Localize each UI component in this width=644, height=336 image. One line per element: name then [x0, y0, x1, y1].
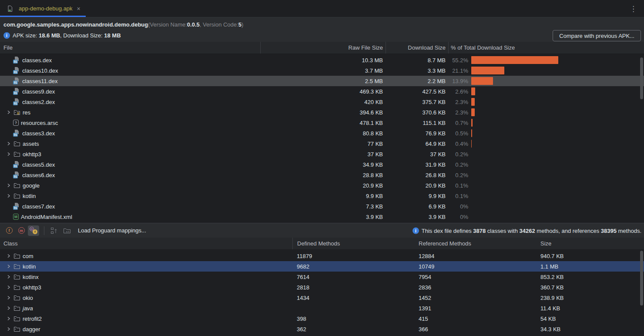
expand-tree-button[interactable]: [48, 225, 60, 236]
file-row[interactable]: kotlin9.9 KB9.9 KB0.1%: [0, 191, 644, 201]
chevron-right-icon[interactable]: [4, 284, 13, 290]
file-tree: 01classes.dex10.3 MB8.7 MB55.2%01classes…: [0, 54, 644, 223]
referenced-methods-cell: 12884: [414, 253, 536, 259]
folder-icon: [13, 284, 20, 291]
column-header-size[interactable]: Size: [536, 238, 644, 249]
load-proguard-mappings-label[interactable]: Load Proguard mappings...: [78, 227, 146, 234]
res-folder-icon: [13, 109, 20, 116]
chevron-right-icon[interactable]: [4, 305, 13, 311]
info-icon: i: [413, 227, 419, 234]
tab-apk-file[interactable]: app-demo-debug.apk ×: [0, 0, 86, 17]
download-size-cell: 9.9 KB: [386, 193, 448, 199]
compare-previous-apk-button[interactable]: Compare with previous APK...: [553, 30, 641, 41]
raw-size-cell: 2.5 MB: [260, 78, 386, 84]
file-name-cell: 01classes6.dex: [0, 170, 260, 180]
pct-cell: 0.5%: [448, 128, 644, 138]
download-size-cell: 76.9 KB: [386, 130, 448, 137]
class-row[interactable]: java139111.4 KB: [0, 303, 644, 313]
class-table-scrollbar[interactable]: [640, 251, 643, 306]
toolbar-separator: [44, 226, 44, 235]
pct-cell: 0.2%: [448, 159, 644, 170]
chevron-right-icon[interactable]: [4, 182, 13, 188]
referenced-methods-cell: 10749: [414, 263, 536, 270]
download-size-cell: 427.5 KB: [386, 88, 448, 95]
file-row[interactable]: 01classes11.dex2.5 MB2.2 MB13.9%: [0, 76, 644, 86]
expand-tree-icon: [50, 227, 58, 234]
version-code: 5: [238, 21, 242, 28]
class-row[interactable]: retrofit239841554 KB: [0, 313, 644, 324]
show-fields-toggle-button[interactable]: f: [3, 225, 15, 236]
more-options-kebab-icon[interactable]: ⋮: [630, 5, 637, 12]
class-name-cell: kotlin: [0, 261, 292, 272]
file-row[interactable]: 01classes5.dex34.9 KB31.9 KB0.2%: [0, 159, 644, 170]
file-row[interactable]: 01classes3.dex80.8 KB76.9 KB0.5%: [0, 128, 644, 138]
column-header-download-size[interactable]: Download Size: [386, 42, 448, 54]
file-row[interactable]: 01classes6.dex28.8 KB26.8 KB0.2%: [0, 170, 644, 180]
file-row[interactable]: 01classes7.dex7.3 KB6.9 KB0%: [0, 201, 644, 212]
chevron-right-icon[interactable]: [4, 274, 13, 280]
deobfuscate-names-button[interactable]: a.b: [61, 225, 73, 236]
raw-size-cell: 37 KB: [260, 151, 386, 158]
column-header-pct-download[interactable]: % of Total Download Size: [448, 42, 644, 54]
file-row[interactable]: 01classes9.dex469.3 KB427.5 KB2.6%: [0, 86, 644, 97]
class-row[interactable]: okio14341452238.9 KB: [0, 292, 644, 303]
size-cell: 54 KB: [536, 316, 644, 322]
class-row[interactable]: dagger36236634.3 KB: [0, 324, 644, 334]
file-row[interactable]: ?resources.arsc478.1 KB115.1 KB0.7%: [0, 118, 644, 128]
file-name-cell: kotlin: [0, 191, 260, 201]
class-row[interactable]: kotlinx76147954853.2 KB: [0, 272, 644, 282]
chevron-right-icon[interactable]: [4, 109, 13, 115]
column-header-defined-methods[interactable]: Defined Methods: [292, 238, 414, 249]
class-name-cell: dagger: [0, 324, 292, 334]
chevron-right-icon[interactable]: [4, 295, 13, 301]
show-methods-toggle-button[interactable]: m: [16, 225, 27, 236]
file-row[interactable]: 01classes10.dex3.7 MB3.3 MB21.1%: [0, 65, 644, 76]
class-row[interactable]: com1187912884940.7 KB: [0, 251, 644, 261]
download-size-cell: 115.1 KB: [386, 120, 448, 126]
file-row[interactable]: MAndroidManifest.xml3.9 KB3.9 KB0%: [0, 212, 644, 222]
folder-icon: [13, 192, 20, 199]
file-table-scrollbar[interactable]: [640, 57, 643, 99]
raw-size-cell: 3.7 MB: [260, 67, 386, 74]
size-cell: 360.7 KB: [536, 284, 644, 291]
tab-close-icon[interactable]: ×: [77, 5, 80, 12]
size-cell: 940.7 KB: [536, 253, 644, 259]
editor-tab-bar: app-demo-debug.apk × ⋮: [0, 0, 644, 17]
class-row[interactable]: kotlin9682107491.1 MB: [0, 261, 644, 272]
column-header-referenced-methods[interactable]: Referenced Methods: [414, 238, 536, 249]
chevron-right-icon[interactable]: [4, 326, 13, 332]
download-pct-bar: [471, 77, 493, 85]
download-pct-bar: [471, 140, 472, 148]
raw-size-cell: 20.9 KB: [260, 182, 386, 189]
chevron-right-icon[interactable]: [4, 141, 13, 147]
file-row[interactable]: 01classes2.dex420 KB375.7 KB2.3%: [0, 97, 644, 107]
chevron-right-icon[interactable]: [4, 193, 13, 199]
chevron-right-icon[interactable]: [4, 263, 13, 269]
file-row[interactable]: res394.6 KB370.6 KB2.3%: [0, 107, 644, 118]
dex-file-icon: 01: [13, 67, 20, 74]
chevron-right-icon[interactable]: [4, 253, 13, 259]
column-header-raw-file-size[interactable]: Raw File Size: [260, 42, 386, 54]
pct-cell: 0.2%: [448, 149, 644, 159]
file-row[interactable]: okhttp337 KB37 KB0.2%: [0, 149, 644, 159]
chevron-right-icon[interactable]: [4, 316, 13, 322]
file-row[interactable]: assets77 KB64.9 KB0.4%: [0, 138, 644, 149]
chevron-right-icon[interactable]: [4, 151, 13, 157]
pct-cell: 13.9%: [448, 76, 644, 86]
manifest-file-icon: M: [13, 214, 19, 220]
pct-cell: 0%: [448, 212, 644, 222]
download-size-cell: 26.8 KB: [386, 172, 448, 178]
pct-cell: 2.6%: [448, 86, 644, 97]
download-size-cell: 8.7 MB: [386, 57, 448, 64]
raw-size-cell: 469.3 KB: [260, 88, 386, 95]
file-name-cell: 01classes5.dex: [0, 159, 260, 170]
file-row[interactable]: google20.9 KB20.9 KB0.1%: [0, 180, 644, 191]
column-header-class[interactable]: Class: [0, 238, 292, 249]
raw-size-cell: 9.9 KB: [260, 193, 386, 199]
class-name-cell: okio: [0, 292, 292, 303]
folder-icon: [13, 252, 20, 259]
column-header-file[interactable]: File: [0, 42, 260, 54]
show-all-nodes-toggle-button[interactable]: mf: [28, 225, 39, 236]
file-row[interactable]: 01classes.dex10.3 MB8.7 MB55.2%: [0, 55, 644, 65]
class-row[interactable]: okhttp328182836360.7 KB: [0, 282, 644, 292]
